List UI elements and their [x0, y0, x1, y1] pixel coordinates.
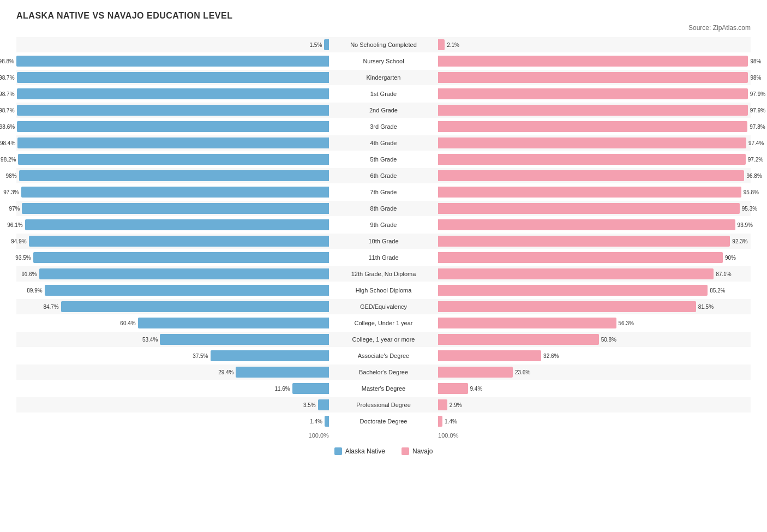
bar-label: Professional Degree: [329, 402, 438, 408]
left-section: 97%: [16, 201, 329, 216]
bar-pink: [438, 121, 747, 132]
axis-left: 100.0%: [16, 432, 331, 439]
bar-label: Doctorate Degree: [329, 418, 438, 425]
right-section: 98%: [438, 53, 751, 69]
bar-label: 1st Grade: [329, 91, 438, 97]
bar-blue: [33, 252, 329, 263]
bar-row: 98.8%Nursery School98%: [16, 53, 751, 69]
right-section: 95.8%: [438, 184, 751, 200]
bar-label: 7th Grade: [329, 189, 438, 195]
bar-pink: [438, 285, 708, 296]
right-section: 97.2%: [438, 152, 751, 167]
bar-label: College, Under 1 year: [329, 320, 438, 326]
value-pink: 2.9%: [450, 402, 462, 408]
left-section: 98.7%: [16, 70, 329, 85]
bar-row: 98.7%1st Grade97.9%: [16, 86, 751, 101]
bar-row: 37.5%Associate's Degree32.6%: [16, 348, 751, 363]
bar-row: 3.5%Professional Degree2.9%: [16, 397, 751, 413]
value-pink: 97.2%: [748, 157, 763, 163]
left-section: 29.4%: [16, 364, 329, 380]
bar-row: 53.4%College, 1 year or more50.8%: [16, 332, 751, 347]
value-pink: 23.6%: [515, 369, 530, 375]
right-section: 98%: [438, 70, 751, 85]
bar-blue: [16, 56, 329, 67]
bar-row: 96.1%9th Grade93.9%: [16, 217, 751, 232]
value-blue: 1.4%: [310, 419, 322, 425]
bar-blue: [39, 268, 329, 279]
right-section: 50.8%: [438, 332, 751, 347]
chart-container: 1.5%No Schooling Completed2.1%98.8%Nurse…: [16, 37, 751, 441]
left-section: 94.9%: [16, 234, 329, 249]
right-section: 56.3%: [438, 315, 751, 331]
bar-label: 10th Grade: [329, 238, 438, 244]
value-pink: 56.3%: [619, 320, 634, 326]
bar-label: 5th Grade: [329, 156, 438, 163]
left-section: 84.7%: [16, 299, 329, 314]
bar-pink: [438, 187, 741, 198]
bar-label: Nursery School: [329, 58, 438, 64]
value-blue: 29.4%: [218, 369, 233, 375]
value-pink: 90%: [725, 255, 736, 261]
value-blue: 98.6%: [0, 124, 15, 130]
bar-blue: [21, 187, 329, 198]
value-blue: 97.3%: [3, 189, 19, 195]
bar-label: Bachelor's Degree: [329, 369, 438, 375]
bar-blue: [236, 367, 329, 378]
value-pink: 1.4%: [445, 419, 457, 425]
bar-label: Kindergarten: [329, 74, 438, 81]
right-section: 9.4%: [438, 381, 751, 396]
value-pink: 87.1%: [716, 271, 731, 277]
value-pink: 97.8%: [750, 124, 765, 130]
value-blue: 98.7%: [0, 75, 15, 81]
left-section: 3.5%: [16, 397, 329, 413]
value-pink: 85.2%: [710, 288, 725, 294]
bar-label: Associate's Degree: [329, 352, 438, 359]
left-section: 98.8%: [16, 53, 329, 69]
left-section: 98.2%: [16, 152, 329, 167]
legend-pink-box: [402, 447, 409, 455]
bar-label: High School Diploma: [329, 287, 438, 294]
right-section: 85.2%: [438, 283, 751, 298]
bar-pink: [438, 268, 714, 279]
value-pink: 96.8%: [746, 173, 762, 179]
right-section: 97.9%: [438, 103, 751, 118]
bar-blue: [138, 318, 329, 328]
value-blue: 37.5%: [193, 353, 208, 359]
bar-label: 9th Grade: [329, 222, 438, 228]
right-section: 90%: [438, 250, 751, 265]
bar-row: 98.7%Kindergarten98%: [16, 70, 751, 85]
legend-pink-label: Navajo: [412, 447, 433, 455]
bar-row: 97%8th Grade95.3%: [16, 201, 751, 216]
value-blue: 53.4%: [142, 337, 158, 343]
bar-pink: [438, 203, 740, 214]
bar-label: 11th Grade: [329, 254, 438, 261]
right-section: 97.9%: [438, 86, 751, 101]
bar-blue: [19, 170, 329, 181]
value-pink: 97.9%: [750, 107, 765, 113]
value-blue: 3.5%: [303, 402, 316, 408]
bar-pink: [438, 154, 746, 165]
bar-label: College, 1 year or more: [329, 336, 438, 343]
bar-blue: [29, 236, 329, 247]
bar-row: 98.7%2nd Grade97.9%: [16, 103, 751, 118]
bar-blue: [17, 88, 329, 99]
right-section: 2.1%: [438, 37, 751, 52]
bar-blue: [22, 203, 329, 214]
bar-pink: [438, 170, 744, 181]
bar-row: 98.6%3rd Grade97.8%: [16, 119, 751, 134]
bar-row: 97.3%7th Grade95.8%: [16, 184, 751, 200]
left-section: 93.5%: [16, 250, 329, 265]
value-blue: 98%: [6, 173, 17, 179]
left-section: 1.4%: [16, 414, 329, 429]
value-pink: 98%: [750, 58, 761, 64]
value-pink: 81.5%: [698, 304, 714, 310]
bar-blue: [17, 105, 329, 116]
value-blue: 60.4%: [120, 320, 135, 326]
bar-pink: [438, 416, 442, 427]
legend-pink: Navajo: [402, 447, 433, 455]
axis-row: 100.0%100.0%: [16, 430, 751, 441]
bar-pink: [438, 399, 447, 410]
bar-label: 8th Grade: [329, 205, 438, 212]
value-pink: 50.8%: [601, 337, 616, 343]
value-blue: 97%: [9, 206, 20, 212]
